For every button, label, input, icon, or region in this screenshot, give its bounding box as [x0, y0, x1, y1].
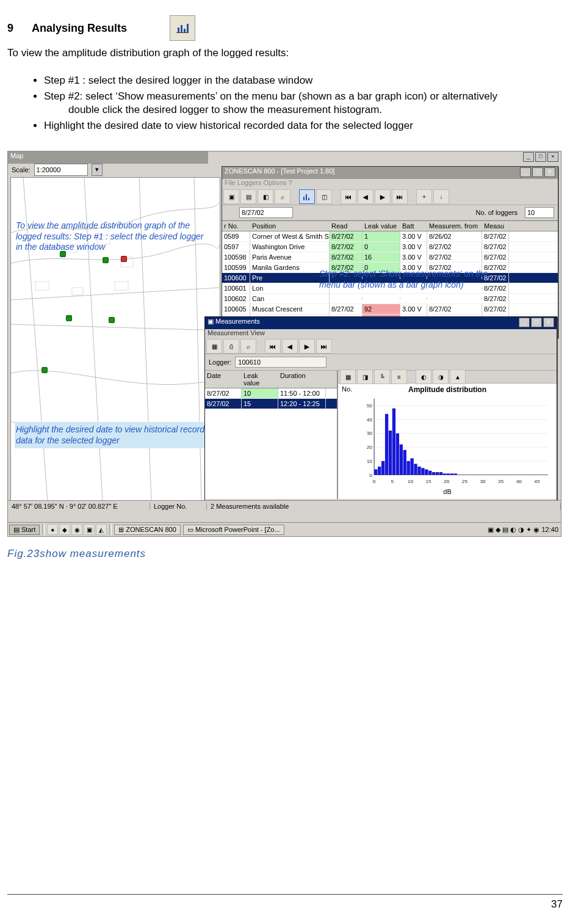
chart-tool-icon[interactable]: ◐ [416, 369, 431, 384]
close-icon[interactable]: × [544, 167, 555, 177]
svg-rect-52 [417, 467, 420, 475]
svg-rect-48 [403, 450, 406, 475]
minimize-icon[interactable]: _ [520, 167, 531, 177]
logger-pin-icon[interactable] [103, 257, 109, 263]
table-row[interactable]: 8/27/021512:20 - 12:25 [205, 399, 337, 409]
chart-tool-icon[interactable]: ▲ [450, 369, 466, 384]
svg-text:30: 30 [367, 431, 373, 437]
tray-icon[interactable]: ▤ [502, 526, 508, 534]
database-window: ZONESCAN 800 - [Test Project 1.80] _ □ ×… [222, 166, 558, 338]
chart-type-icon[interactable]: ≡ [391, 369, 407, 384]
nav-prev-icon[interactable]: ◀ [282, 339, 298, 354]
num-loggers-label: No. of loggers [476, 209, 518, 216]
chart-toolbar[interactable]: ▦ ◨ ╚ ≡ ◐ ◑ ▲ [338, 371, 557, 384]
svg-rect-59 [443, 474, 446, 475]
tray-icon[interactable]: ◐ [510, 526, 516, 534]
taskbar: ▤ Start ● ◆ ◉ ▣ ◭ ⊞ ZONESCAN 800 ▭ Micro… [8, 522, 561, 536]
list-item: Step #2: select ‘Show measurements’ on t… [44, 90, 563, 117]
table-row[interactable]: 0589Corner of West & Smith St.8/27/0213.… [222, 231, 558, 242]
toolbar-button[interactable]: ◫ [316, 189, 332, 204]
table-row[interactable]: 0597Washington Drive8/27/0203.00 V8/27/0… [222, 242, 558, 252]
quicklaunch-icon[interactable]: ▣ [84, 524, 95, 535]
maximize-icon[interactable]: □ [531, 318, 542, 327]
section-title: Analysing Results [32, 22, 127, 35]
tray-icon[interactable]: ◆ [496, 526, 500, 534]
minimize-icon[interactable]: _ [519, 318, 530, 327]
toolbar-button[interactable]: ⌕ [275, 189, 290, 204]
tray-icon[interactable]: ◑ [518, 526, 524, 534]
print-icon[interactable]: ⎙ [223, 339, 239, 354]
application-screenshot: Map _ □ × Scale: 1:20000 ▾ [7, 151, 561, 537]
svg-text:0: 0 [369, 473, 372, 478]
table-row[interactable]: 8/27/021011:50 - 12:00 [205, 388, 337, 399]
taskbar-app[interactable]: ⊞ ZONESCAN 800 [114, 525, 181, 535]
svg-text:40: 40 [367, 417, 373, 423]
svg-text:50: 50 [367, 404, 373, 409]
logger-pin-icon[interactable] [66, 315, 72, 321]
annotation-step1: To view the amplitude distribution graph… [16, 220, 212, 253]
nav-last-icon[interactable]: ⏭ [316, 339, 332, 354]
svg-rect-46 [396, 434, 399, 475]
maximize-icon[interactable]: □ [532, 167, 543, 177]
toolbar-button[interactable]: ↓ [433, 189, 449, 204]
chart-type-icon[interactable]: ╚ [374, 369, 390, 384]
quicklaunch-icon[interactable]: ◉ [71, 524, 82, 535]
svg-rect-1 [178, 27, 179, 32]
show-measurements-button[interactable] [299, 189, 315, 204]
db-menu-bar[interactable]: File Loggers Options ? [222, 179, 558, 189]
amplitude-chart: 01020304050051015202530354045 [359, 396, 550, 484]
toolbar-button[interactable]: ＋ [416, 189, 432, 204]
map-panel[interactable]: To view the amplitude distribution graph… [10, 177, 220, 502]
svg-text:20: 20 [444, 479, 450, 485]
start-button[interactable]: ▤ Start [9, 525, 40, 535]
quicklaunch-icon[interactable]: ● [47, 524, 58, 535]
table-row[interactable]: 100598Paris Avenue8/27/02163.00 V8/27/02… [222, 252, 558, 263]
toolbar-button[interactable]: ▣ [223, 189, 239, 204]
chart-tool-icon[interactable]: ◑ [433, 369, 449, 384]
toolbar-button[interactable]: ◧ [258, 189, 273, 204]
svg-text:35: 35 [498, 479, 504, 485]
toolbar-button[interactable]: ▦ [206, 339, 222, 354]
quicklaunch-icon[interactable]: ◆ [59, 524, 70, 535]
measurements-menu[interactable]: Measurement View [205, 329, 557, 339]
minimize-icon[interactable]: _ [523, 152, 534, 162]
svg-rect-40 [374, 470, 377, 475]
nav-next-icon[interactable]: ▶ [299, 339, 315, 354]
chevron-down-icon[interactable]: ▾ [92, 164, 103, 176]
svg-rect-41 [378, 467, 381, 475]
chart-type-icon[interactable]: ◨ [357, 369, 373, 384]
svg-text:15: 15 [425, 479, 431, 485]
nav-last-icon[interactable]: ⏭ [392, 189, 408, 204]
svg-text:45: 45 [534, 479, 540, 485]
quicklaunch-icon[interactable]: ◭ [96, 524, 107, 535]
nav-next-icon[interactable]: ▶ [375, 189, 391, 204]
taskbar-app[interactable]: ▭ Microsoft PowerPoint - [Zo... [183, 525, 284, 535]
svg-rect-4 [187, 24, 189, 32]
chart-type-icon[interactable]: ▦ [340, 369, 356, 384]
measurement-list[interactable]: DateLeak valueDuration 8/27/021011:50 - … [205, 371, 337, 499]
zoom-icon[interactable]: ⌕ [240, 339, 256, 354]
maximize-icon[interactable]: □ [535, 152, 546, 162]
svg-rect-14 [306, 194, 307, 200]
nav-first-icon[interactable]: ⏮ [265, 339, 281, 354]
nav-first-icon[interactable]: ⏮ [341, 189, 356, 204]
logger-pin-icon[interactable] [121, 256, 127, 262]
svg-rect-61 [450, 474, 453, 475]
toolbar-button[interactable]: ▤ [240, 189, 256, 204]
tray-icon[interactable]: ◉ [533, 526, 539, 534]
svg-rect-47 [400, 445, 403, 475]
tray-icon[interactable]: ▣ [488, 526, 494, 534]
table-row[interactable]: 100605Muscat Crescent8/27/02923.00 V8/27… [222, 304, 558, 315]
close-icon[interactable]: × [543, 318, 554, 327]
scale-input[interactable]: 1:20000 [34, 164, 88, 176]
close-icon[interactable]: × [547, 152, 558, 162]
table-row[interactable]: 100602Can8/27/02 [222, 294, 558, 304]
logger-pin-icon[interactable] [41, 367, 48, 373]
logger-field[interactable]: 100610 [235, 357, 326, 368]
svg-rect-54 [425, 470, 428, 475]
list-item: Highlight the desired date to view histo… [44, 119, 563, 133]
logger-pin-icon[interactable] [109, 317, 115, 323]
nav-prev-icon[interactable]: ◀ [358, 189, 373, 204]
date-field[interactable]: 8/27/02 [239, 207, 293, 218]
tray-icon[interactable]: ✦ [526, 526, 532, 534]
